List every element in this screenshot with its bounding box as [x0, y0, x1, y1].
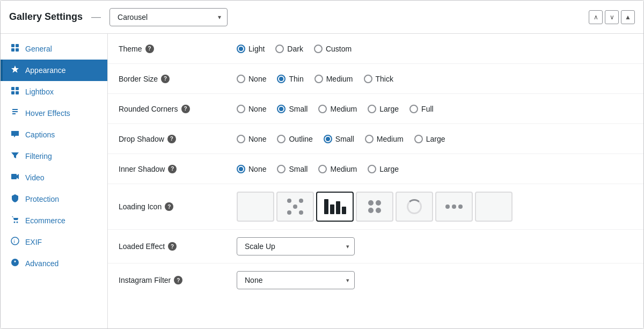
inner-small-radio[interactable]	[277, 165, 286, 173]
theme-dark-radio[interactable]	[275, 45, 284, 53]
svg-rect-0	[11, 44, 14, 47]
three-dots-icon	[445, 204, 463, 209]
rounded-full-radio[interactable]	[409, 105, 418, 113]
rounded-small-option[interactable]: Small	[277, 105, 308, 113]
rounded-corners-help-icon[interactable]: ?	[181, 105, 190, 113]
theme-dark-option[interactable]: Dark	[275, 45, 303, 53]
sidebar-item-protection[interactable]: Protection	[1, 188, 107, 210]
theme-controls: Light Dark Custom	[237, 45, 352, 53]
instagram-filter-select[interactable]: None Clarendon Gingham Moon Lark	[237, 271, 355, 289]
rounded-large-option[interactable]: Large	[368, 105, 399, 113]
inner-none-radio[interactable]	[237, 165, 245, 173]
inner-none-option[interactable]: None	[237, 165, 266, 173]
rounded-corners-label: Rounded Corners ?	[119, 105, 237, 113]
inner-small-option[interactable]: Small	[277, 165, 308, 173]
loading-icon-bars[interactable]	[316, 192, 354, 222]
inner-medium-option[interactable]: Medium	[318, 165, 357, 173]
inner-shadow-label: Inner Shadow ?	[119, 165, 237, 173]
appearance-settings: Theme ? Light Dark	[108, 34, 643, 297]
shadow-small-option[interactable]: Small	[324, 135, 354, 143]
drop-shadow-help-icon[interactable]: ?	[167, 135, 176, 143]
loaded-effect-help-icon[interactable]: ?	[168, 242, 177, 251]
instagram-filter-row: Instagram Filter ? None Clarendon Gingha…	[108, 264, 643, 297]
loading-icon-three-dots[interactable]	[435, 192, 473, 222]
shadow-none-radio[interactable]	[237, 135, 245, 143]
shadow-medium-radio[interactable]	[365, 135, 374, 143]
app-container: Gallery Settings — Carousel Grid Masonry…	[0, 0, 644, 329]
gallery-type-select[interactable]: Carousel Grid Masonry Slider	[109, 8, 228, 26]
page-title: Gallery Settings	[9, 11, 83, 23]
theme-light-radio[interactable]	[237, 45, 245, 53]
shadow-outline-radio[interactable]	[277, 135, 286, 143]
loading-icon-circle-spinner[interactable]	[396, 192, 433, 222]
border-thin-radio[interactable]	[277, 75, 286, 83]
border-none-radio[interactable]	[237, 75, 245, 83]
loaded-effect-select[interactable]: None Scale Up Fade In Slide Up Slide Dow…	[237, 237, 355, 255]
inner-shadow-row: Inner Shadow ? None Small	[108, 154, 643, 184]
shadow-none-option[interactable]: None	[237, 135, 266, 143]
rounded-none-option[interactable]: None	[237, 105, 266, 113]
rounded-small-radio[interactable]	[277, 105, 286, 113]
theme-row: Theme ? Light Dark	[108, 34, 643, 64]
border-thin-option[interactable]: Thin	[277, 75, 303, 83]
sidebar-label-ecommerce: Ecommerce	[25, 216, 65, 225]
border-thick-option[interactable]: Thick	[364, 75, 393, 83]
instagram-filter-help-icon[interactable]: ?	[174, 276, 182, 284]
sidebar-item-lightbox[interactable]: Lightbox	[1, 81, 107, 103]
loading-icon-controls	[237, 192, 513, 222]
loaded-effect-row: Loaded Effect ? None Scale Up Fade In Sl…	[108, 230, 643, 264]
inner-large-option[interactable]: Large	[368, 165, 399, 173]
nav-up-button[interactable]: ∧	[589, 10, 603, 24]
shadow-large-option[interactable]: Large	[414, 135, 445, 143]
theme-custom-radio[interactable]	[314, 45, 323, 53]
rounded-medium-radio[interactable]	[318, 105, 327, 113]
border-size-label: Border Size ?	[119, 75, 237, 83]
rounded-medium-option[interactable]: Medium	[318, 105, 357, 113]
border-thick-radio[interactable]	[364, 75, 372, 83]
rounded-none-radio[interactable]	[237, 105, 245, 113]
video-icon	[10, 172, 20, 183]
theme-light-option[interactable]: Light	[237, 45, 265, 53]
sidebar-item-video[interactable]: Video	[1, 167, 107, 188]
advanced-icon	[10, 258, 20, 269]
shadow-medium-option[interactable]: Medium	[365, 135, 404, 143]
sidebar-label-filtering: Filtering	[25, 152, 52, 160]
border-medium-option[interactable]: Medium	[314, 75, 353, 83]
svg-rect-5	[16, 87, 19, 90]
loading-icon-help-icon[interactable]: ?	[165, 202, 173, 211]
sidebar-item-filtering[interactable]: Filtering	[1, 145, 107, 167]
nav-expand-button[interactable]: ▲	[621, 10, 635, 24]
loaded-effect-select-wrap: None Scale Up Fade In Slide Up Slide Dow…	[237, 237, 355, 255]
appearance-icon	[10, 65, 20, 76]
sidebar-item-general[interactable]: General	[1, 38, 107, 60]
shadow-small-radio[interactable]	[324, 135, 332, 143]
rounded-corners-row: Rounded Corners ? None Small	[108, 94, 643, 124]
nav-down-button[interactable]: ∨	[605, 10, 619, 24]
border-size-help-icon[interactable]: ?	[161, 75, 170, 83]
theme-help-icon[interactable]: ?	[145, 45, 154, 53]
sidebar-label-lightbox: Lightbox	[25, 87, 54, 96]
loading-icon-single-dot[interactable]	[475, 192, 513, 222]
sidebar-item-ecommerce[interactable]: Ecommerce	[1, 210, 107, 231]
border-medium-radio[interactable]	[314, 75, 323, 83]
sidebar-item-appearance[interactable]: Appearance	[1, 60, 107, 81]
ecommerce-icon	[10, 215, 20, 226]
shadow-outline-option[interactable]: Outline	[277, 135, 312, 143]
sidebar-item-advanced[interactable]: Advanced	[1, 253, 107, 274]
sidebar-item-exif[interactable]: i EXIF	[1, 231, 107, 253]
loading-icon-scattered-dots[interactable]	[276, 192, 314, 222]
rounded-large-radio[interactable]	[368, 105, 376, 113]
sidebar-item-hover-effects[interactable]: Hover Effects	[1, 103, 107, 124]
inner-shadow-help-icon[interactable]: ?	[168, 165, 177, 173]
border-none-option[interactable]: None	[237, 75, 266, 83]
settings-content: Theme ? Light Dark	[108, 34, 643, 328]
theme-custom-option[interactable]: Custom	[314, 45, 352, 53]
inner-large-radio[interactable]	[368, 165, 376, 173]
inner-medium-radio[interactable]	[318, 165, 327, 173]
sidebar-item-captions[interactable]: Captions	[1, 124, 107, 145]
loaded-effect-label: Loaded Effect ?	[119, 242, 237, 251]
loading-icon-four-dots[interactable]	[356, 192, 393, 222]
loading-icon-blank[interactable]	[237, 192, 274, 222]
rounded-full-option[interactable]: Full	[409, 105, 434, 113]
shadow-large-radio[interactable]	[414, 135, 423, 143]
